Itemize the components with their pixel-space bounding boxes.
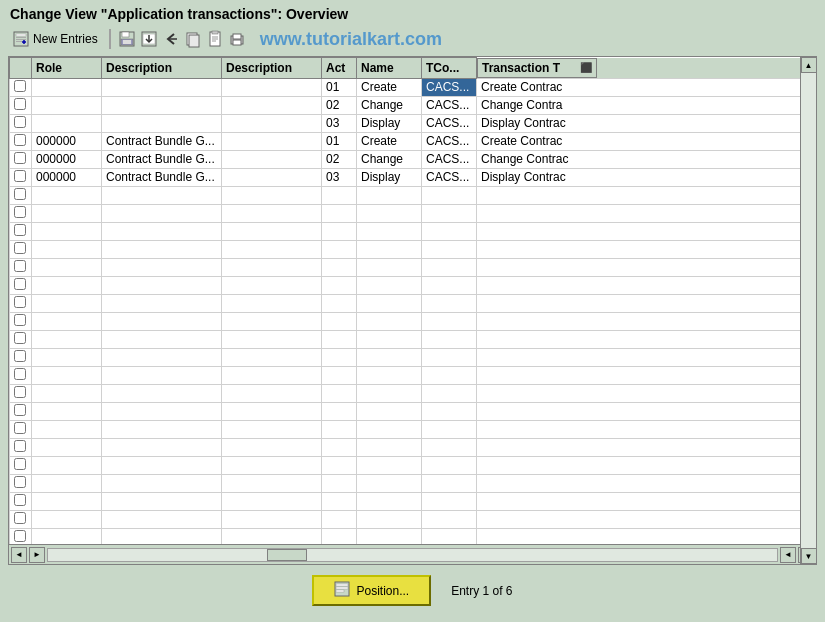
svg-rect-2 <box>16 37 26 38</box>
save-icon[interactable] <box>118 30 136 48</box>
table-cell-empty <box>422 312 477 330</box>
row-checkbox[interactable] <box>14 296 26 308</box>
table-cell-empty <box>357 258 422 276</box>
row-checkbox[interactable] <box>14 476 26 488</box>
table-cell-empty <box>10 186 32 204</box>
table-cell-empty <box>32 330 102 348</box>
print-icon[interactable] <box>228 30 246 48</box>
row-checkbox[interactable] <box>14 404 26 416</box>
table-cell-empty <box>32 474 102 492</box>
table-cell-empty <box>322 222 357 240</box>
row-checkbox[interactable] <box>14 422 26 434</box>
hscroll-left-button[interactable]: ◄ <box>11 547 27 563</box>
table-row-empty <box>10 366 816 384</box>
row-checkbox[interactable] <box>14 512 26 524</box>
hscroll-thumb[interactable] <box>267 549 307 561</box>
table-row[interactable]: 000000Contract Bundle G...03DisplayCACS.… <box>10 168 816 186</box>
scroll-up-button[interactable]: ▲ <box>801 57 817 73</box>
position-button[interactable]: Position... <box>312 575 431 606</box>
row-checkbox[interactable] <box>14 224 26 236</box>
export-icon[interactable] <box>140 30 158 48</box>
table-cell-empty <box>102 492 222 510</box>
col-header-tco: TCo... <box>422 58 477 79</box>
table-cell-empty <box>357 474 422 492</box>
table-row-empty <box>10 240 816 258</box>
table-cell: Create Contrac <box>477 132 816 150</box>
table-row[interactable]: 000000Contract Bundle G...02ChangeCACS..… <box>10 150 816 168</box>
table-cell <box>222 78 322 96</box>
row-checkbox[interactable] <box>14 314 26 326</box>
table-cell-empty <box>477 240 816 258</box>
table-cell-empty <box>477 492 816 510</box>
paste-icon[interactable] <box>206 30 224 48</box>
hscroll-right-button[interactable]: ► <box>29 547 45 563</box>
row-checkbox[interactable] <box>14 170 26 182</box>
table-row[interactable]: 03DisplayCACS...Display Contrac <box>10 114 816 132</box>
table-cell-empty <box>222 348 322 366</box>
table-cell-empty <box>222 492 322 510</box>
table-cell-empty <box>32 384 102 402</box>
row-checkbox[interactable] <box>14 98 26 110</box>
table-cell-empty <box>322 366 357 384</box>
table-cell-empty <box>422 186 477 204</box>
hscroll-track[interactable] <box>47 548 778 562</box>
table-row[interactable]: 02ChangeCACS...Change Contra <box>10 96 816 114</box>
row-checkbox[interactable] <box>14 350 26 362</box>
hscroll-first-button[interactable]: ◄ <box>780 547 796 563</box>
row-checkbox-cell <box>10 114 32 132</box>
row-checkbox[interactable] <box>14 386 26 398</box>
table-cell-empty <box>10 384 32 402</box>
table-cell <box>32 114 102 132</box>
table-cell-empty <box>422 330 477 348</box>
row-checkbox[interactable] <box>14 530 26 542</box>
table-cell-empty <box>222 294 322 312</box>
table-cell-empty <box>222 366 322 384</box>
col-header-role: Role <box>32 58 102 79</box>
table-cell-empty <box>102 420 222 438</box>
row-checkbox[interactable] <box>14 242 26 254</box>
row-checkbox[interactable] <box>14 332 26 344</box>
table-cell-empty <box>477 276 816 294</box>
col-resize-icon[interactable]: ⬛ <box>580 62 592 73</box>
row-checkbox[interactable] <box>14 260 26 272</box>
table-cell-empty <box>102 222 222 240</box>
table-cell-empty <box>10 510 32 528</box>
watermark: www.tutorialkart.com <box>260 29 442 50</box>
table-cell: Contract Bundle G... <box>102 150 222 168</box>
horizontal-scrollbar[interactable]: ◄ ► ◄ ► <box>9 544 816 564</box>
col-header-desc2: Description <box>222 58 322 79</box>
row-checkbox[interactable] <box>14 188 26 200</box>
data-table-container: Role Description Description Act Name TC… <box>8 56 817 565</box>
table-cell-empty <box>477 402 816 420</box>
row-checkbox[interactable] <box>14 80 26 92</box>
table-row[interactable]: 000000Contract Bundle G...01CreateCACS..… <box>10 132 816 150</box>
vertical-scrollbar[interactable]: ▲ ▼ <box>800 57 816 544</box>
row-checkbox[interactable] <box>14 494 26 506</box>
table-cell-empty <box>477 438 816 456</box>
new-entries-button[interactable]: New Entries <box>8 28 102 50</box>
table-cell-empty <box>357 240 422 258</box>
table-row-empty <box>10 438 816 456</box>
table-cell-empty <box>357 456 422 474</box>
table-cell-empty <box>422 240 477 258</box>
back-icon[interactable] <box>162 30 180 48</box>
table-cell: CACS... <box>422 96 477 114</box>
table-cell-empty <box>222 222 322 240</box>
row-checkbox[interactable] <box>14 152 26 164</box>
table-row[interactable]: 01CreateCACS...Create Contrac <box>10 78 816 96</box>
copy-icon[interactable] <box>184 30 202 48</box>
row-checkbox[interactable] <box>14 134 26 146</box>
row-checkbox[interactable] <box>14 116 26 128</box>
table-row-empty <box>10 258 816 276</box>
col-header-desc1: Description <box>102 58 222 79</box>
row-checkbox[interactable] <box>14 440 26 452</box>
row-checkbox[interactable] <box>14 458 26 470</box>
table-cell-empty <box>357 330 422 348</box>
row-checkbox[interactable] <box>14 278 26 290</box>
row-checkbox[interactable] <box>14 368 26 380</box>
table-cell-empty <box>477 204 816 222</box>
table-cell-empty <box>322 186 357 204</box>
row-checkbox[interactable] <box>14 206 26 218</box>
table-cell-empty <box>32 528 102 544</box>
table-cell-empty <box>102 474 222 492</box>
